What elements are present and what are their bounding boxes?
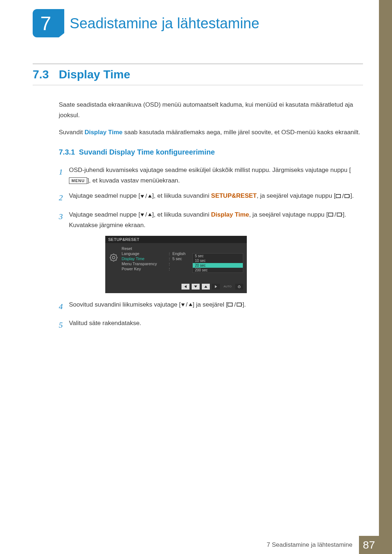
- step2-post2: ].: [350, 192, 354, 199]
- source-enter-icon: /: [228, 300, 242, 310]
- svg-marker-24: [181, 304, 185, 307]
- intro2-post: saab kasutada määratlemaks aega, mille j…: [122, 129, 360, 136]
- osd-screenshot: SETUP&RESET: [105, 236, 247, 293]
- subsection-number: 7.3.1: [59, 148, 75, 156]
- subsection-title: Suvandi Display Time konfigureerimine: [79, 148, 215, 156]
- step-body: OSD-juhendi kuvamiseks vajutage seadme e…: [69, 165, 363, 186]
- source-enter-icon: /: [336, 191, 351, 202]
- intro2-strong: Display Time: [85, 129, 123, 136]
- nav-up-icon: [202, 284, 210, 290]
- step-1: 1 OSD-juhendi kuvamiseks vajutage seadme…: [59, 165, 363, 186]
- osd-sep: :: [169, 267, 172, 271]
- osd-sep: :: [169, 262, 172, 266]
- nav-down-icon: [192, 284, 200, 290]
- down-up-icon: /: [181, 300, 193, 310]
- step4-mid: ] ja seejärel [: [193, 301, 228, 308]
- section-intro: Saate seadistada ekraanikuva (OSD) menüü…: [59, 100, 363, 138]
- down-up-icon: /: [140, 191, 152, 202]
- osd-title: SETUP&RESET: [105, 236, 247, 243]
- svg-marker-25: [189, 303, 192, 306]
- step3-pre: Vajutage seadmel nuppe [: [69, 211, 140, 218]
- step-5: 5 Valitud säte rakendatakse.: [59, 318, 363, 332]
- step-body: Vajutage seadmel nuppe [/], et liikuda s…: [69, 191, 363, 204]
- svg-line-14: [111, 255, 111, 255]
- svg-marker-19: [194, 286, 197, 288]
- osd-panel: SETUP&RESET: [105, 236, 247, 293]
- svg-rect-2: [336, 194, 340, 198]
- svg-marker-21: [215, 285, 217, 288]
- nav-left-icon: [181, 284, 189, 290]
- osd-option: 10 sec: [193, 258, 243, 263]
- osd-icon-column: [105, 243, 122, 272]
- svg-rect-6: [328, 213, 333, 216]
- section-title: Display Time: [59, 68, 130, 81]
- step-3: 3 Vajutage seadmel nuppe [/], et liikuda…: [59, 210, 363, 231]
- osd-sep: :: [169, 257, 172, 261]
- osd-label: Display Time: [122, 257, 169, 261]
- step-number: 3: [59, 210, 69, 231]
- step4-pre: Soovitud suvandini liikumiseks vajutage …: [69, 301, 181, 308]
- nav-right-icon: [212, 284, 220, 290]
- gear-icon: [109, 253, 118, 262]
- step4-post: ].: [242, 301, 246, 308]
- svg-rect-3: [345, 194, 350, 198]
- intro-paragraph-1: Saate seadistada ekraanikuva (OSD) menüü…: [59, 100, 363, 121]
- step-4: 4 Soovitud suvandini liikumiseks vajutag…: [59, 300, 363, 313]
- footer-breadcrumb: 7 Seadistamine ja lähtestamine: [267, 536, 359, 554]
- power-icon: [235, 284, 243, 290]
- osd-nav-bar: AUTO: [105, 282, 247, 290]
- step1-post: ], et kuvada vastav menüüekraan.: [87, 177, 180, 184]
- osd-row-reset: Reset: [122, 246, 243, 251]
- svg-point-9: [112, 256, 115, 259]
- intro-paragraph-2: Suvandit Display Time saab kasutada määr…: [59, 127, 363, 138]
- svg-marker-1: [148, 194, 152, 197]
- down-up-icon: /: [140, 210, 152, 220]
- svg-marker-5: [148, 213, 152, 216]
- osd-option-selected: 20 sec: [193, 263, 243, 268]
- osd-label: Menu Transparency: [122, 262, 169, 266]
- step-number: 4: [59, 300, 69, 313]
- osd-dropdown: 5 sec 10 sec 20 sec 200 sec: [192, 253, 243, 273]
- svg-rect-7: [337, 213, 342, 216]
- step2-strong: SETUP&RESET: [211, 192, 257, 199]
- intro2-pre: Suvandit: [59, 129, 85, 136]
- side-stripe: [379, 0, 392, 554]
- svg-line-16: [111, 260, 111, 260]
- step-body: Soovitud suvandini liikumiseks vajutage …: [69, 300, 363, 313]
- step3-mid: ], et liikuda suvandini: [152, 211, 211, 218]
- svg-marker-4: [140, 214, 144, 217]
- svg-line-15: [116, 260, 117, 260]
- step1-pre: OSD-juhendi kuvamiseks vajutage seadme e…: [69, 167, 351, 173]
- section-number: 7.3: [33, 68, 59, 81]
- step-number: 5: [59, 318, 69, 332]
- step2-mid: ], et liikuda suvandini: [152, 192, 211, 199]
- page-content: 7.3Display Time Saate seadistada ekraani…: [33, 63, 363, 337]
- chapter-title: Seadistamine ja lähtestamine: [70, 15, 260, 32]
- step3-post1: , ja seejärel vajutage nuppu [: [249, 211, 328, 218]
- svg-line-17: [116, 255, 117, 255]
- svg-rect-26: [228, 303, 233, 306]
- svg-marker-18: [184, 285, 187, 288]
- source-enter-icon: /: [328, 210, 343, 220]
- section-heading: 7.3Display Time: [33, 63, 363, 85]
- osd-option: 200 sec: [193, 268, 243, 272]
- step-body: Vajutage seadmel nuppe [/], et liikuda s…: [69, 210, 363, 231]
- osd-label: Language: [122, 251, 169, 256]
- footer-chapter-title: Seadistamine ja lähtestamine: [272, 541, 352, 549]
- step3-strong: Display Time: [211, 211, 249, 218]
- step-number: 1: [59, 165, 69, 186]
- svg-marker-0: [140, 195, 144, 198]
- step-number: 2: [59, 191, 69, 204]
- chapter-number-badge: 7: [33, 9, 59, 37]
- step-2: 2 Vajutage seadmel nuppe [/], et liikuda…: [59, 191, 363, 204]
- svg-marker-20: [204, 286, 207, 288]
- nav-auto-label: AUTO: [222, 284, 233, 290]
- steps-list-continued: 4 Soovitud suvandini liikumiseks vajutag…: [59, 300, 363, 332]
- page-footer: 7 Seadistamine ja lähtestamine 87: [0, 536, 379, 554]
- svg-rect-27: [237, 303, 241, 306]
- menu-button-label: MENU: [69, 177, 87, 184]
- step-body: Valitud säte rakendatakse.: [69, 318, 363, 332]
- step2-pre: Vajutage seadmel nuppe [: [69, 192, 140, 199]
- subsection-heading: 7.3.1 Suvandi Display Time konfigureerim…: [59, 148, 363, 156]
- page-number: 87: [359, 536, 379, 554]
